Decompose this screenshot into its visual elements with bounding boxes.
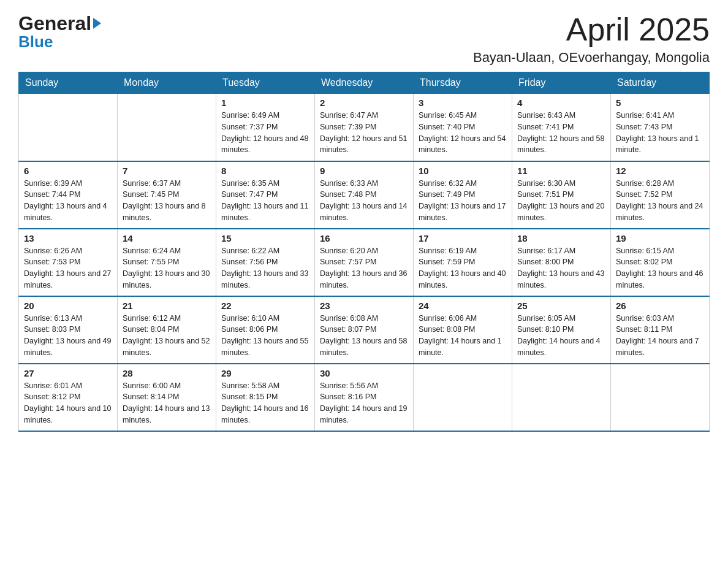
day-sun-info: Sunrise: 6:30 AMSunset: 7:51 PMDaylight:… <box>517 178 605 224</box>
day-number: 20 <box>24 301 112 311</box>
logo-general: General <box>18 12 91 35</box>
calendar-day-10: 10Sunrise: 6:32 AMSunset: 7:49 PMDayligh… <box>414 161 512 229</box>
day-sun-info: Sunrise: 6:39 AMSunset: 7:44 PMDaylight:… <box>24 178 112 224</box>
day-sun-info: Sunrise: 6:10 AMSunset: 8:06 PMDaylight:… <box>221 313 309 359</box>
day-sun-info: Sunrise: 6:13 AMSunset: 8:03 PMDaylight:… <box>24 313 112 359</box>
calendar-day-18: 18Sunrise: 6:17 AMSunset: 8:00 PMDayligh… <box>512 229 611 296</box>
calendar-empty-cell <box>512 364 611 431</box>
calendar-day-26: 26Sunrise: 6:03 AMSunset: 8:11 PMDayligh… <box>611 296 710 364</box>
day-sun-info: Sunrise: 6:19 AMSunset: 7:59 PMDaylight:… <box>419 245 507 291</box>
title-block: April 2025 Bayan-Ulaan, OEvoerhangay, Mo… <box>473 12 710 66</box>
calendar-day-15: 15Sunrise: 6:22 AMSunset: 7:56 PMDayligh… <box>216 229 315 296</box>
day-sun-info: Sunrise: 6:47 AMSunset: 7:39 PMDaylight:… <box>320 110 408 156</box>
weekday-header-thursday: Thursday <box>414 72 512 94</box>
day-sun-info: Sunrise: 6:01 AMSunset: 8:12 PMDaylight:… <box>24 380 112 426</box>
calendar-empty-cell <box>611 364 710 431</box>
weekday-header-monday: Monday <box>118 72 216 94</box>
calendar-week-row: 6Sunrise: 6:39 AMSunset: 7:44 PMDaylight… <box>19 161 710 229</box>
calendar-day-17: 17Sunrise: 6:19 AMSunset: 7:59 PMDayligh… <box>414 229 512 296</box>
day-sun-info: Sunrise: 6:22 AMSunset: 7:56 PMDaylight:… <box>221 245 309 291</box>
calendar-week-row: 1Sunrise: 6:49 AMSunset: 7:37 PMDaylight… <box>19 94 710 161</box>
calendar-day-19: 19Sunrise: 6:15 AMSunset: 8:02 PMDayligh… <box>611 229 710 296</box>
calendar-day-28: 28Sunrise: 6:00 AMSunset: 8:14 PMDayligh… <box>118 364 216 431</box>
day-sun-info: Sunrise: 6:37 AMSunset: 7:45 PMDaylight:… <box>123 178 211 224</box>
day-number: 14 <box>123 233 211 243</box>
calendar-week-row: 27Sunrise: 6:01 AMSunset: 8:12 PMDayligh… <box>19 364 710 431</box>
day-number: 9 <box>320 166 408 176</box>
day-sun-info: Sunrise: 6:00 AMSunset: 8:14 PMDaylight:… <box>123 380 211 426</box>
calendar-day-11: 11Sunrise: 6:30 AMSunset: 7:51 PMDayligh… <box>512 161 611 229</box>
day-sun-info: Sunrise: 6:06 AMSunset: 8:08 PMDaylight:… <box>419 313 507 359</box>
day-sun-info: Sunrise: 5:58 AMSunset: 8:15 PMDaylight:… <box>221 380 309 426</box>
day-number: 24 <box>419 301 507 311</box>
calendar-empty-cell <box>118 94 216 161</box>
logo-triangle-icon <box>93 18 101 29</box>
calendar-week-row: 13Sunrise: 6:26 AMSunset: 7:53 PMDayligh… <box>19 229 710 296</box>
day-number: 19 <box>616 233 704 243</box>
weekday-header-saturday: Saturday <box>611 72 710 94</box>
day-sun-info: Sunrise: 6:05 AMSunset: 8:10 PMDaylight:… <box>517 313 605 359</box>
calendar-day-1: 1Sunrise: 6:49 AMSunset: 7:37 PMDaylight… <box>216 94 315 161</box>
day-sun-info: Sunrise: 6:26 AMSunset: 7:53 PMDaylight:… <box>24 245 112 291</box>
day-number: 4 <box>517 98 605 108</box>
day-number: 10 <box>419 166 507 176</box>
calendar-day-7: 7Sunrise: 6:37 AMSunset: 7:45 PMDaylight… <box>118 161 216 229</box>
day-number: 16 <box>320 233 408 243</box>
calendar-table: SundayMondayTuesdayWednesdayThursdayFrid… <box>18 72 710 432</box>
day-sun-info: Sunrise: 5:56 AMSunset: 8:16 PMDaylight:… <box>320 380 408 426</box>
day-number: 7 <box>123 166 211 176</box>
calendar-day-29: 29Sunrise: 5:58 AMSunset: 8:15 PMDayligh… <box>216 364 315 431</box>
calendar-week-row: 20Sunrise: 6:13 AMSunset: 8:03 PMDayligh… <box>19 296 710 364</box>
day-sun-info: Sunrise: 6:41 AMSunset: 7:43 PMDaylight:… <box>616 110 704 156</box>
calendar-day-14: 14Sunrise: 6:24 AMSunset: 7:55 PMDayligh… <box>118 229 216 296</box>
location-subtitle: Bayan-Ulaan, OEvoerhangay, Mongolia <box>473 50 710 66</box>
day-number: 30 <box>320 368 408 378</box>
day-sun-info: Sunrise: 6:20 AMSunset: 7:57 PMDaylight:… <box>320 245 408 291</box>
day-sun-info: Sunrise: 6:43 AMSunset: 7:41 PMDaylight:… <box>517 110 605 156</box>
calendar-empty-cell <box>414 364 512 431</box>
day-number: 21 <box>123 301 211 311</box>
day-sun-info: Sunrise: 6:49 AMSunset: 7:37 PMDaylight:… <box>221 110 309 156</box>
day-sun-info: Sunrise: 6:35 AMSunset: 7:47 PMDaylight:… <box>221 178 309 224</box>
day-sun-info: Sunrise: 6:28 AMSunset: 7:52 PMDaylight:… <box>616 178 704 224</box>
day-number: 22 <box>221 301 309 311</box>
day-number: 13 <box>24 233 112 243</box>
day-number: 29 <box>221 368 309 378</box>
weekday-header-wednesday: Wednesday <box>315 72 414 94</box>
calendar-day-9: 9Sunrise: 6:33 AMSunset: 7:48 PMDaylight… <box>315 161 414 229</box>
calendar-day-5: 5Sunrise: 6:41 AMSunset: 7:43 PMDaylight… <box>611 94 710 161</box>
day-number: 11 <box>517 166 605 176</box>
day-sun-info: Sunrise: 6:17 AMSunset: 8:00 PMDaylight:… <box>517 245 605 291</box>
calendar-day-2: 2Sunrise: 6:47 AMSunset: 7:39 PMDaylight… <box>315 94 414 161</box>
day-number: 28 <box>123 368 211 378</box>
day-number: 8 <box>221 166 309 176</box>
day-number: 17 <box>419 233 507 243</box>
day-sun-info: Sunrise: 6:08 AMSunset: 8:07 PMDaylight:… <box>320 313 408 359</box>
day-sun-info: Sunrise: 6:03 AMSunset: 8:11 PMDaylight:… <box>616 313 704 359</box>
calendar-day-6: 6Sunrise: 6:39 AMSunset: 7:44 PMDaylight… <box>19 161 118 229</box>
calendar-day-22: 22Sunrise: 6:10 AMSunset: 8:06 PMDayligh… <box>216 296 315 364</box>
calendar-day-4: 4Sunrise: 6:43 AMSunset: 7:41 PMDaylight… <box>512 94 611 161</box>
day-number: 26 <box>616 301 704 311</box>
day-number: 15 <box>221 233 309 243</box>
day-number: 25 <box>517 301 605 311</box>
day-number: 2 <box>320 98 408 108</box>
calendar-empty-cell <box>19 94 118 161</box>
calendar-day-27: 27Sunrise: 6:01 AMSunset: 8:12 PMDayligh… <box>19 364 118 431</box>
logo: General Blue <box>18 12 101 52</box>
day-sun-info: Sunrise: 6:45 AMSunset: 7:40 PMDaylight:… <box>419 110 507 156</box>
day-sun-info: Sunrise: 6:32 AMSunset: 7:49 PMDaylight:… <box>419 178 507 224</box>
calendar-day-12: 12Sunrise: 6:28 AMSunset: 7:52 PMDayligh… <box>611 161 710 229</box>
day-number: 27 <box>24 368 112 378</box>
day-sun-info: Sunrise: 6:12 AMSunset: 8:04 PMDaylight:… <box>123 313 211 359</box>
calendar-day-16: 16Sunrise: 6:20 AMSunset: 7:57 PMDayligh… <box>315 229 414 296</box>
logo-blue-text: Blue <box>18 33 53 52</box>
calendar-day-3: 3Sunrise: 6:45 AMSunset: 7:40 PMDaylight… <box>414 94 512 161</box>
day-sun-info: Sunrise: 6:33 AMSunset: 7:48 PMDaylight:… <box>320 178 408 224</box>
weekday-header-tuesday: Tuesday <box>216 72 315 94</box>
day-number: 3 <box>419 98 507 108</box>
weekday-header-friday: Friday <box>512 72 611 94</box>
logo-text-line: General <box>18 12 101 35</box>
calendar-day-30: 30Sunrise: 5:56 AMSunset: 8:16 PMDayligh… <box>315 364 414 431</box>
day-number: 1 <box>221 98 309 108</box>
